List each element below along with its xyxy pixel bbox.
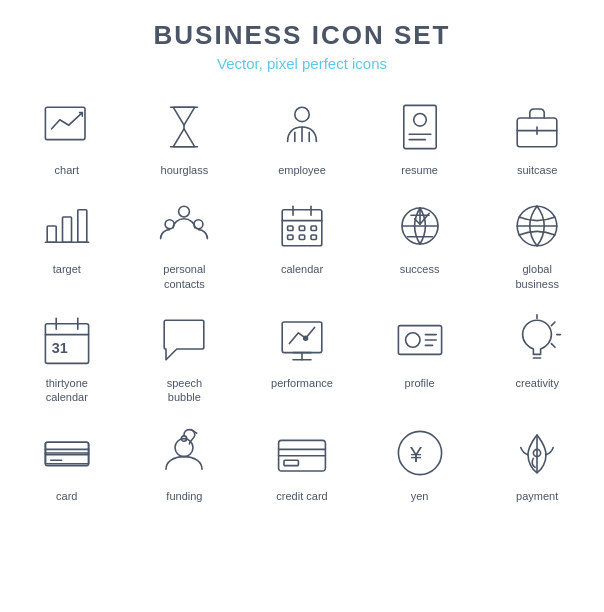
svg-rect-16 (62, 217, 71, 242)
employee-label: employee (278, 163, 326, 177)
global-business-label: globalbusiness (515, 262, 558, 291)
svg-rect-17 (78, 210, 87, 242)
yen-icon: ¥ (389, 422, 451, 484)
profile-label: profile (405, 376, 435, 390)
yen-label: yen (411, 489, 429, 503)
svg-point-21 (194, 220, 203, 229)
card-label: card (56, 489, 77, 503)
hourglass-label: hourglass (161, 163, 209, 177)
icon-cell-payment: payment (480, 416, 594, 507)
chart-label: chart (55, 163, 79, 177)
icon-cell-profile: profile (363, 303, 477, 409)
page-subtitle: Vector, pixel perfect icons (217, 55, 387, 72)
creativity-label: creativity (515, 376, 558, 390)
icon-cell-funding: funding (128, 416, 242, 507)
profile-icon (389, 309, 451, 371)
svg-text:¥: ¥ (409, 442, 423, 467)
icon-cell-personal-contacts: personalcontacts (128, 189, 242, 295)
svg-rect-8 (403, 105, 435, 148)
speech-bubble-icon (153, 309, 215, 371)
chart-icon (36, 96, 98, 158)
performance-label: performance (271, 376, 333, 390)
svg-rect-68 (284, 461, 298, 466)
icon-cell-thirtyone-calendar: 31 thirtyonecalendar (10, 303, 124, 409)
icon-cell-yen: ¥ yen (363, 416, 477, 507)
icon-cell-global-business: globalbusiness (480, 189, 594, 295)
svg-point-9 (413, 114, 426, 127)
icon-cell-hourglass: hourglass (128, 90, 242, 181)
svg-point-4 (295, 107, 309, 121)
funding-icon (153, 422, 215, 484)
svg-rect-27 (299, 226, 304, 231)
credit-card-label: credit card (276, 489, 327, 503)
calendar-icon (271, 195, 333, 257)
suitcase-label: suitcase (517, 163, 557, 177)
icon-cell-credit-card: credit card (245, 416, 359, 507)
svg-rect-30 (299, 235, 304, 240)
credit-card-icon (271, 422, 333, 484)
svg-point-19 (179, 206, 190, 217)
suitcase-icon (506, 96, 568, 158)
page-title: BUSINESS ICON SET (154, 20, 451, 51)
icon-cell-resume: resume (363, 90, 477, 181)
icon-cell-creativity: creativity (480, 303, 594, 409)
svg-rect-15 (47, 226, 56, 242)
icon-grid: chart hourglass employee (10, 90, 594, 508)
personal-contacts-label: personalcontacts (163, 262, 205, 291)
svg-rect-29 (288, 235, 293, 240)
card-icon (36, 422, 98, 484)
svg-rect-42 (282, 322, 322, 353)
resume-icon (389, 96, 451, 158)
resume-label: resume (401, 163, 438, 177)
svg-line-54 (552, 322, 556, 326)
icon-cell-card: card (10, 416, 124, 507)
speech-bubble-label: speechbubble (167, 376, 202, 405)
success-icon (389, 195, 451, 257)
icon-cell-calendar: calendar (245, 189, 359, 295)
svg-rect-28 (311, 226, 316, 231)
personal-contacts-icon (153, 195, 215, 257)
icon-cell-performance: performance (245, 303, 359, 409)
success-label: success (400, 262, 440, 276)
thirtyone-calendar-icon: 31 (36, 309, 98, 371)
svg-rect-26 (288, 226, 293, 231)
hourglass-icon (153, 96, 215, 158)
svg-rect-59 (45, 443, 88, 466)
icon-cell-chart: chart (10, 90, 124, 181)
icon-cell-suitcase: suitcase (480, 90, 594, 181)
icon-cell-employee: employee (245, 90, 359, 181)
payment-icon (506, 422, 568, 484)
icon-cell-success: success (363, 189, 477, 295)
global-business-icon (506, 195, 568, 257)
icon-cell-speech-bubble: speechbubble (128, 303, 242, 409)
svg-text:31: 31 (51, 339, 67, 355)
svg-point-20 (165, 220, 174, 229)
thirtyone-calendar-label: thirtyonecalendar (46, 376, 88, 405)
funding-label: funding (166, 489, 202, 503)
performance-icon (271, 309, 333, 371)
svg-rect-31 (311, 235, 316, 240)
calendar-label: calendar (281, 262, 323, 276)
svg-point-46 (303, 335, 308, 340)
target-label: target (53, 262, 81, 276)
payment-label: payment (516, 489, 558, 503)
target-icon (36, 195, 98, 257)
svg-point-48 (405, 333, 419, 347)
employee-icon (271, 96, 333, 158)
icon-cell-target: target (10, 189, 124, 295)
creativity-icon (506, 309, 568, 371)
svg-line-56 (552, 343, 556, 347)
